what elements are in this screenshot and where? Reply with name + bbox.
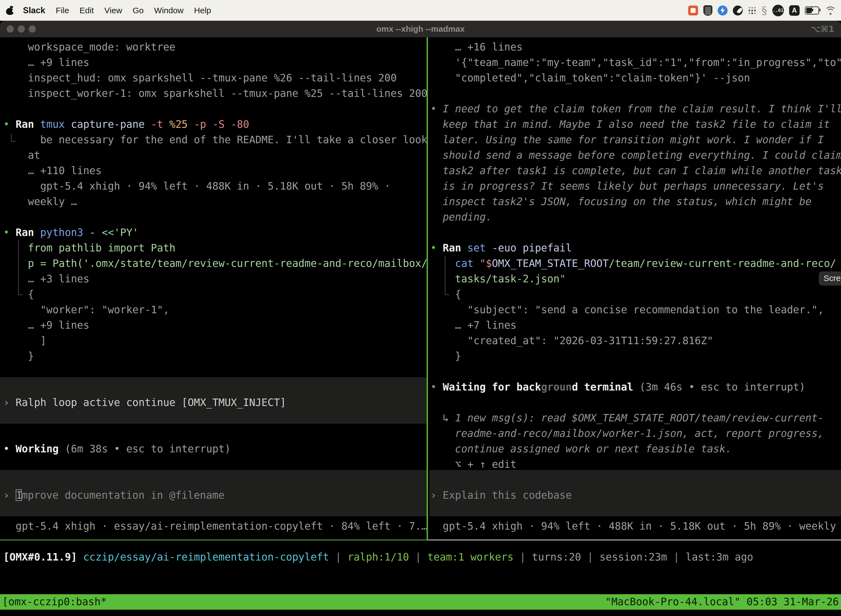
prompt-input-improve-documentation[interactable]: › Improve documentation in @filename — [3, 488, 224, 503]
thinking-text: • I need to get the claim token from the… — [431, 101, 841, 117]
window-title-bar: omx --xhigh --madmax ⌥⌘1 — [0, 21, 841, 37]
close-icon[interactable] — [7, 25, 14, 32]
terminal-line: be necessary for the end of the README. … — [3, 132, 426, 148]
separator-left — [0, 540, 426, 540]
terminal-line: continue assigned work or next feasible … — [431, 441, 732, 457]
terminal-line: "subject": "send a concise recommendatio… — [431, 302, 824, 318]
waiting-status: • Waiting for background terminal (3m 46… — [431, 380, 806, 395]
terminal-line: … +110 lines — [3, 163, 101, 179]
separator-right — [428, 540, 841, 540]
terminal-line: inspect_hud: omx sparkshell --tmux-pane … — [3, 70, 397, 86]
count-badge-icon[interactable]: ..61 — [772, 5, 784, 16]
working-status: • Working (6m 38s • esc to interrupt) — [3, 441, 231, 457]
terminal-content: workspace_mode: worktree … +9 lines insp… — [0, 37, 841, 616]
pane-right[interactable]: … +16 lines '{"team_name":"my-team","tas… — [429, 37, 841, 540]
terminal-line: "created_at": "2026-03-31T11:59:27.816Z" — [431, 333, 713, 349]
edit-hint: ⌥ + ↑ edit — [431, 457, 517, 472]
terminal-line: cat "$OMX_TEAM_STATE_ROOT/team/review-cu… — [431, 256, 836, 271]
window-title: omx --xhigh --madmax — [0, 21, 841, 37]
model-status-right: gpt-5.4 xhigh · 94% left · 488K in · 5.1… — [431, 519, 841, 534]
tmux-session-label: [omx-cczip0:bash* — [2, 594, 107, 610]
terminal-line: task2 after task1 is complete, but can I… — [431, 163, 841, 179]
terminal-line: pending. — [431, 210, 492, 225]
dots-grid-icon[interactable] — [748, 6, 756, 15]
zoom-icon[interactable] — [29, 25, 36, 32]
omx-status-line: [OMX#0.11.9] cczip/essay/ai-reimplementa… — [3, 550, 753, 565]
terminal-line: later. Using the same for transition mig… — [431, 132, 824, 148]
menu-item-edit[interactable]: Edit — [74, 6, 99, 15]
terminal-line: "worker": "worker-1", — [3, 302, 169, 318]
terminal-line: at — [3, 148, 40, 163]
tmux-status-bar: [omx-cczip0:bash* "MacBook-Pro-44.local"… — [0, 594, 841, 610]
pane-divider[interactable] — [426, 37, 428, 540]
spark-badge-icon[interactable] — [718, 6, 728, 15]
window-shortcut: ⌥⌘1 — [811, 21, 834, 37]
crescent-circle-icon[interactable] — [733, 6, 743, 15]
terminal-line: ] — [3, 333, 46, 349]
terminal-line: gpt-5.4 xhigh · 94% left · 488K in · 5.1… — [3, 179, 390, 194]
menu-item-go[interactable]: Go — [127, 6, 149, 15]
terminal-line: from pathlib import Path — [3, 241, 176, 256]
prompt-suggestion-explain-codebase[interactable]: › Explain this codebase — [431, 488, 572, 503]
menu-status-icons: § ..61 A — [688, 0, 837, 21]
terminal-line: '{"team_name":"my-team","task_id":"1","f… — [431, 55, 841, 70]
terminal-line: keep that in mind. Maybe I also need the… — [431, 117, 830, 132]
apple-logo-icon[interactable] — [6, 6, 14, 15]
command-ran-set-pipefail: • Ran set -euo pipefail — [431, 241, 572, 256]
menu-item-view[interactable]: View — [99, 6, 127, 15]
terminal-line: inspect_worker-1: omx sparkshell --tmux-… — [3, 86, 426, 101]
terminal-line: "completed","claim_token":"claim-token"}… — [431, 70, 750, 86]
s-curve-icon[interactable]: § — [762, 5, 767, 16]
command-ran-python3: • Ran python3 - <<'PY' — [3, 225, 139, 241]
terminal-line: workspace_mode: worktree — [3, 40, 176, 55]
ralph-loop-status: › Ralph loop active continue [OMX_TMUX_I… — [3, 395, 286, 411]
shield-grid-icon[interactable] — [703, 5, 712, 16]
terminal-line: … +9 lines — [3, 55, 89, 70]
battery-icon[interactable] — [805, 6, 819, 15]
wifi-icon[interactable] — [825, 6, 837, 15]
terminal-line: } — [431, 349, 461, 364]
menu-items: Slack FileEditViewGoWindowHelp — [18, 6, 216, 15]
text-cursor: I — [16, 489, 22, 501]
terminal-line: weekly … — [3, 194, 77, 210]
tmux-host-clock: "MacBook-Pro-44.local" 05:03 31-Mar-26 — [605, 594, 839, 610]
terminal-line: inspect task2's JSON, focusing on the st… — [431, 194, 812, 210]
command-ran-tmux-capture: • Ran tmux capture-pane -t %25 -p -S -80 — [3, 117, 249, 132]
terminal-line: ↳ 1 new msg(s): read $OMX_TEAM_STATE_ROO… — [431, 411, 824, 426]
menu-bar: Slack FileEditViewGoWindowHelp § ..61 A — [0, 0, 841, 21]
terminal-line: … +3 lines — [3, 271, 89, 287]
menu-item-help[interactable]: Help — [189, 6, 216, 15]
menu-item-app[interactable]: Slack — [18, 6, 50, 15]
terminal-line: … +16 lines — [431, 40, 523, 55]
terminal-line: tasks/task-2.json" — [431, 271, 566, 287]
terminal-line: readme-and-reco/mailbox/worker-1.json, a… — [431, 426, 824, 441]
output-bracket — [18, 241, 23, 295]
minimize-icon[interactable] — [18, 25, 25, 32]
input-source-icon[interactable]: A — [789, 5, 800, 16]
terminal-line: … +7 lines — [431, 318, 517, 333]
terminal-line: … +9 lines — [3, 318, 89, 333]
output-bracket — [11, 134, 15, 142]
terminal-window: omx --xhigh --madmax ⌥⌘1 workspace_mode:… — [0, 21, 841, 616]
terminal-line: is in progress? It seems likely but perh… — [431, 179, 824, 194]
output-bracket — [445, 256, 449, 295]
terminal-line: p = Path('.omx/state/team/review-current… — [3, 256, 426, 271]
model-status-left: gpt-5.4 xhigh · essay/ai-reimplementatio… — [3, 519, 426, 534]
chat-bubble-icon[interactable] — [688, 6, 698, 15]
pane-left[interactable]: workspace_mode: worktree … +9 lines insp… — [0, 37, 426, 540]
terminal-line: } — [3, 349, 34, 364]
screen-tooltip: Scre — [819, 271, 841, 285]
terminal-line: should send a message before completing … — [431, 148, 841, 163]
menu-item-file[interactable]: File — [50, 6, 74, 15]
menu-item-window[interactable]: Window — [149, 6, 189, 15]
